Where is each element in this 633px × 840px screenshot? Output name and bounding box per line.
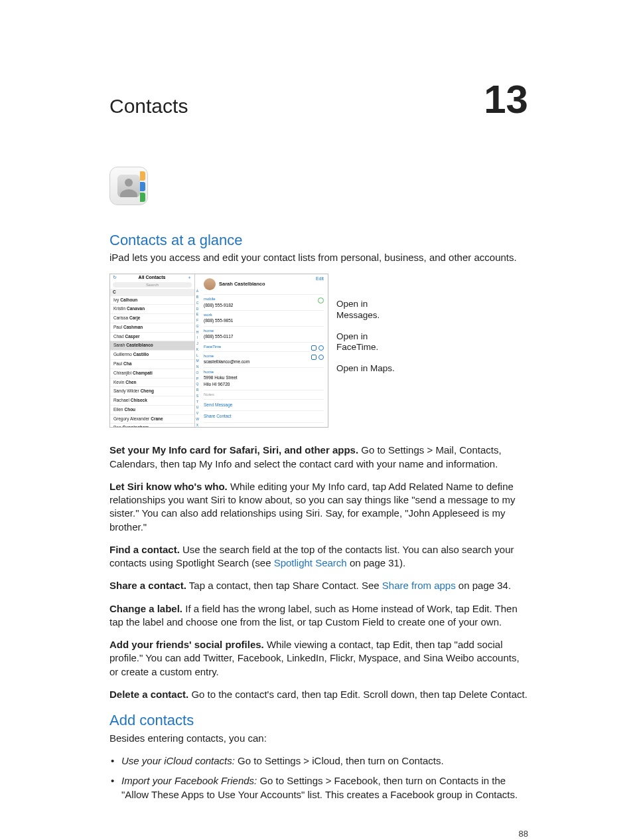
edit-button: Edit [316,276,324,282]
facetime-audio-icon [318,355,324,360]
contact-row: Guillermo Castillo [110,351,194,360]
para-siri: Let Siri know who's who. While editing y… [109,480,528,534]
section-lead: iPad lets you access and edit your conta… [109,251,528,264]
contact-row: Rachael Chiseck [110,396,194,406]
facetime-audio-icon [318,345,324,351]
contact-row: Ben Cunningham [110,424,194,428]
mock-ipad-contacts: ↻ All Contacts ＋ Search C Ivy CalhounKri… [109,274,328,428]
contact-row: Kristin Canavan [110,305,194,314]
contact-field: home(808) 555-0117 [204,327,324,343]
callout-facetime-1: Open in [336,331,395,342]
section-index-letter: C [110,289,194,296]
contact-field: Notes [204,390,324,400]
facetime-video-icon [311,355,316,360]
contact-field: work(808) 555-9851 [204,311,324,327]
alpha-index: ABCDEFGHIJKLMNOPQRSTUVWXYZ# [195,274,200,427]
list-item: Import your Facebook Friends: Go to Sett… [111,774,528,801]
contact-avatar [204,278,216,290]
callout-messages-2: Messages. [336,310,395,321]
contact-field: mobile(808) 555-9182 [204,295,324,311]
facetime-video-icon [311,345,316,351]
contact-row: Ivy Calhoun [110,296,194,305]
contact-row: Paul Cha [110,360,194,369]
page-number: 88 [109,828,528,840]
para-myinfo: Set your My Info card for Safari, Siri, … [109,444,528,471]
contacts-app-icon [109,167,528,205]
contact-action-link: Send Message [204,400,324,412]
contact-row: Chiranjibi Champati [110,369,194,378]
contact-row: Gregory Alexander Crane [110,415,194,424]
contact-row: Sandy Wilder Cheng [110,387,194,396]
section2-lead: Besides entering contacts, you can: [109,732,528,745]
para-share: Share a contact. Tap a contact, then tap… [109,579,528,592]
para-label: Change a label. If a field has the wrong… [109,602,528,630]
figure-callouts: Open in Messages. Open in FaceTime. Open… [336,274,395,384]
callout-maps: Open in Maps. [336,363,395,374]
contact-row: Kevin Chen [110,378,194,388]
contact-row: Carissa Carje [110,314,194,323]
messages-icon [318,297,324,303]
contact-field: FaceTime [204,343,324,352]
refresh-icon: ↻ [113,274,117,280]
para-delete: Delete a contact. Go to the contact's ca… [109,688,528,701]
contact-row: Ellen Chou [110,406,194,415]
contact-field: homescastelblanco@me.com [204,352,324,368]
link-spotlight-search[interactable]: Spotlight Search [274,557,347,568]
chapter-title: Contacts [109,93,188,120]
figure-contacts-ui: ↻ All Contacts ＋ Search C Ivy CalhounKri… [109,274,528,428]
list-item: Use your iCloud contacts: Go to Settings… [111,754,528,768]
para-find: Find a contact. Use the search field at … [109,543,528,570]
contact-row: Chad Casper [110,333,194,342]
list-title: All Contacts [139,274,166,280]
section-heading-add: Add contacts [109,711,528,730]
section-heading-glance: Contacts at a glance [109,230,528,250]
callout-messages-1: Open in [336,299,395,309]
plus-icon: ＋ [187,274,192,280]
contact-field: home5998 Hoku StreetHilo HI 96720 [204,368,324,390]
para-social: Add your friends' social profiles. While… [109,638,528,679]
contact-row: Sarah Castelblanco [110,341,194,351]
add-contacts-list: Use your iCloud contacts: Go to Settings… [111,754,528,801]
contact-action-link: Share Contact [204,411,324,423]
search-input: Search [113,282,192,288]
contact-row: Paul Cashman [110,323,194,333]
link-share-from-apps[interactable]: Share from apps [382,580,456,591]
contact-name: Sarah Castelblanco [219,281,265,288]
callout-facetime-2: FaceTime. [336,342,395,353]
chapter-number: 13 [484,80,528,120]
chapter-header: Contacts 13 [109,80,528,120]
